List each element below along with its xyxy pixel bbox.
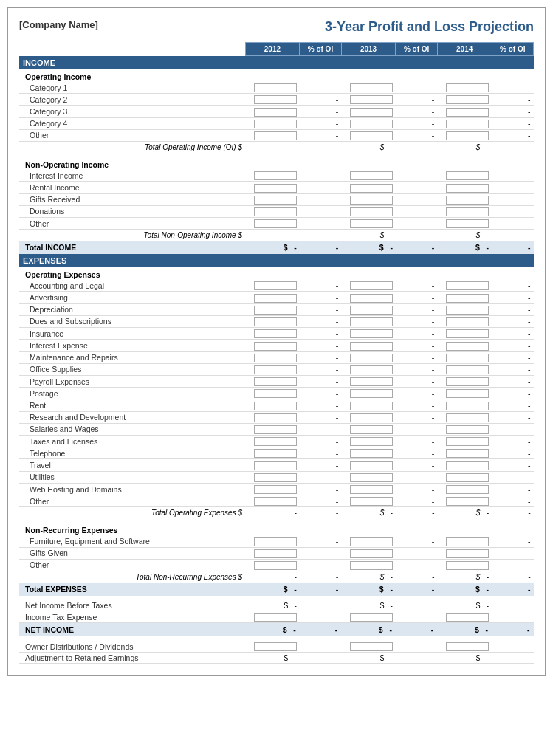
input-e2-y3[interactable] <box>446 294 489 303</box>
input-e10-y3[interactable] <box>446 389 489 398</box>
input-od-y3[interactable] <box>446 642 489 651</box>
input-tax-y1[interactable] <box>254 613 297 622</box>
input-i1-y3[interactable] <box>446 83 489 92</box>
input-e9-y1[interactable] <box>254 377 297 386</box>
input-e3-y2[interactable] <box>350 306 393 315</box>
input-ni3-y3[interactable] <box>446 196 489 205</box>
input-i4-y2[interactable] <box>350 120 393 128</box>
input-nr3-y1[interactable] <box>254 561 297 570</box>
input-e14-y2[interactable] <box>350 437 393 446</box>
input-nr1-y2[interactable] <box>350 537 393 546</box>
input-nr2-y2[interactable] <box>350 549 393 558</box>
input-e16-y1[interactable] <box>254 461 297 470</box>
input-e5-y3[interactable] <box>446 329 489 338</box>
input-e4-y2[interactable] <box>350 317 393 326</box>
input-e17-y3[interactable] <box>446 473 489 482</box>
input-ni1-y3[interactable] <box>446 171 489 180</box>
input-e7-y1[interactable] <box>254 354 297 362</box>
input-nr2-y3[interactable] <box>446 549 489 558</box>
input-e2-y1[interactable] <box>254 294 297 303</box>
input-e11-y1[interactable] <box>254 402 297 410</box>
input-i1-y1[interactable] <box>254 83 297 92</box>
input-ni4-y3[interactable] <box>446 207 489 216</box>
input-e17-y2[interactable] <box>350 473 393 482</box>
input-e4-y1[interactable] <box>254 317 297 326</box>
input-e6-y2[interactable] <box>350 342 393 351</box>
input-ni5-y2[interactable] <box>350 219 393 228</box>
input-e6-y3[interactable] <box>446 342 489 351</box>
input-e1-y3[interactable] <box>446 281 489 290</box>
input-e11-y2[interactable] <box>350 402 393 410</box>
input-tax-y2[interactable] <box>350 613 393 622</box>
input-ni4-y2[interactable] <box>350 207 393 216</box>
input-e16-y2[interactable] <box>350 461 393 470</box>
input-e3-y1[interactable] <box>254 306 297 315</box>
input-e2-y2[interactable] <box>350 294 393 303</box>
input-e12-y3[interactable] <box>446 413 489 422</box>
input-nr1-y1[interactable] <box>254 537 297 546</box>
input-i3-y3[interactable] <box>446 108 489 117</box>
input-ni5-y1[interactable] <box>254 219 297 228</box>
input-od-y1[interactable] <box>254 642 297 651</box>
input-ni2-y2[interactable] <box>350 184 393 193</box>
input-e18-y3[interactable] <box>446 485 489 494</box>
input-e1-y2[interactable] <box>350 281 393 290</box>
input-e8-y3[interactable] <box>446 365 489 374</box>
input-i5-y2[interactable] <box>350 131 393 140</box>
input-ni3-y2[interactable] <box>350 196 393 205</box>
input-e13-y1[interactable] <box>254 425 297 434</box>
input-e14-y3[interactable] <box>446 437 489 446</box>
input-i4-y1[interactable] <box>254 120 297 128</box>
input-e12-y2[interactable] <box>350 413 393 422</box>
input-e17-y1[interactable] <box>254 473 297 482</box>
input-i3-y2[interactable] <box>350 108 393 117</box>
input-e4-y3[interactable] <box>446 317 489 326</box>
input-ni1-y1[interactable] <box>254 171 297 180</box>
input-e1-y1[interactable] <box>254 281 297 290</box>
input-e8-y2[interactable] <box>350 365 393 374</box>
input-i5-y3[interactable] <box>446 131 489 140</box>
input-e11-y3[interactable] <box>446 402 489 410</box>
input-e9-y2[interactable] <box>350 377 393 386</box>
input-e7-y2[interactable] <box>350 354 393 362</box>
input-tax-y3[interactable] <box>446 613 489 622</box>
input-e19-y3[interactable] <box>446 497 489 506</box>
input-nr1-y3[interactable] <box>446 537 489 546</box>
input-ni2-y3[interactable] <box>446 184 489 193</box>
input-i4-y3[interactable] <box>446 120 489 128</box>
input-e16-y3[interactable] <box>446 461 489 470</box>
input-e5-y1[interactable] <box>254 329 297 338</box>
input-ni4-y1[interactable] <box>254 207 297 216</box>
input-e5-y2[interactable] <box>350 329 393 338</box>
input-e15-y2[interactable] <box>350 449 393 458</box>
input-od-y2[interactable] <box>350 642 393 651</box>
input-e7-y3[interactable] <box>446 354 489 362</box>
input-e13-y2[interactable] <box>350 425 393 434</box>
input-e3-y3[interactable] <box>446 306 489 315</box>
input-e18-y1[interactable] <box>254 485 297 494</box>
input-e9-y3[interactable] <box>446 377 489 386</box>
input-e19-y1[interactable] <box>254 497 297 506</box>
input-e18-y2[interactable] <box>350 485 393 494</box>
input-i2-y1[interactable] <box>254 95 297 104</box>
input-e8-y1[interactable] <box>254 365 297 374</box>
input-e14-y1[interactable] <box>254 437 297 446</box>
input-ni3-y1[interactable] <box>254 196 297 205</box>
input-ni2-y1[interactable] <box>254 184 297 193</box>
input-i3-y1[interactable] <box>254 108 297 117</box>
input-e19-y2[interactable] <box>350 497 393 506</box>
input-i2-y3[interactable] <box>446 95 489 104</box>
input-i1-y2[interactable] <box>350 83 393 92</box>
input-nr2-y1[interactable] <box>254 549 297 558</box>
input-e6-y1[interactable] <box>254 342 297 351</box>
input-i5-y1[interactable] <box>254 131 297 140</box>
input-ni5-y3[interactable] <box>446 219 489 228</box>
input-e15-y1[interactable] <box>254 449 297 458</box>
input-e13-y3[interactable] <box>446 425 489 434</box>
input-ni1-y2[interactable] <box>350 171 393 180</box>
input-e10-y2[interactable] <box>350 389 393 398</box>
input-e10-y1[interactable] <box>254 389 297 398</box>
input-i2-y2[interactable] <box>350 95 393 104</box>
input-nr3-y2[interactable] <box>350 561 393 570</box>
input-e12-y1[interactable] <box>254 413 297 422</box>
